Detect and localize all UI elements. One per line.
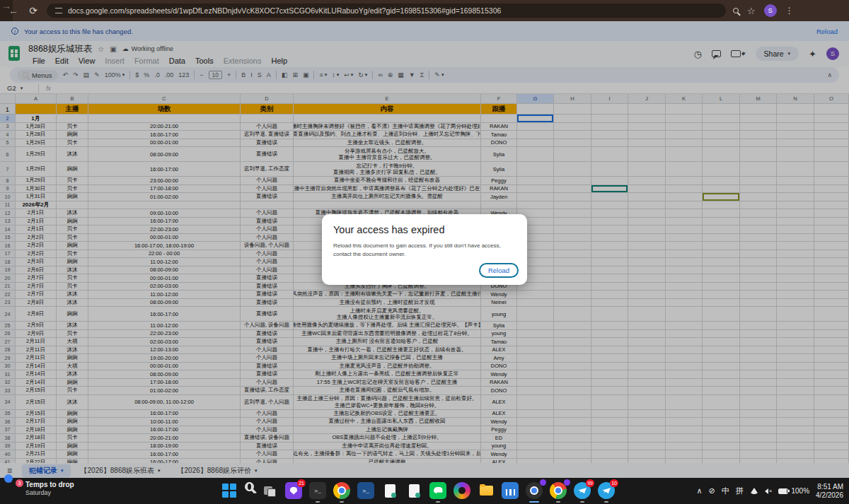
weather-widget[interactable]: 3 Temps to drop Saturday bbox=[6, 481, 74, 496]
task-manager-icon[interactable] bbox=[502, 482, 519, 499]
access-expired-dialog: Your access has expired Reload this docu… bbox=[322, 214, 527, 285]
script-file-icon[interactable] bbox=[405, 482, 422, 499]
site-settings-icon[interactable] bbox=[55, 8, 62, 13]
notification-badge: 21 bbox=[297, 479, 306, 487]
dialog-reload-button[interactable]: Reload bbox=[479, 263, 519, 278]
bookmark-star-icon[interactable]: ☆ bbox=[747, 6, 756, 16]
script-file-icon[interactable] bbox=[381, 482, 398, 499]
time-text: 8:51 AM bbox=[816, 483, 843, 491]
wifi-icon[interactable] bbox=[750, 488, 758, 494]
chrome-icon[interactable] bbox=[550, 482, 567, 499]
notification-badge: 99 bbox=[586, 479, 594, 487]
chrome-profile-icon[interactable] bbox=[333, 482, 350, 499]
url-text: docs.google.com/spreadsheets/d/1wpDfLezN… bbox=[68, 6, 501, 15]
search-tabs-icon[interactable] bbox=[733, 8, 739, 13]
task-view-icon[interactable] bbox=[261, 482, 278, 499]
line-app-icon[interactable] bbox=[429, 482, 446, 499]
browser-menu-icon[interactable]: ⋮ bbox=[785, 6, 794, 16]
tray-chevron-icon[interactable]: ∧ bbox=[697, 486, 703, 496]
search-icon[interactable] bbox=[245, 482, 254, 491]
ime-language-indicator[interactable]: 中 bbox=[722, 486, 729, 496]
clock[interactable]: 8:51 AM 4/2/2026 bbox=[816, 483, 843, 500]
notification-badge: 10 bbox=[610, 479, 618, 487]
mic-muted-icon[interactable]: ⊘ bbox=[709, 486, 715, 496]
ime-mode-indicator[interactable]: 拼 bbox=[736, 486, 744, 496]
address-bar[interactable]: docs.google.com/spreadsheets/d/1wpDfLezN… bbox=[47, 4, 726, 18]
weather-subtext: Saturday bbox=[25, 489, 74, 496]
chrome-active-icon[interactable] bbox=[526, 482, 543, 499]
start-button[interactable] bbox=[221, 482, 238, 499]
battery-icon bbox=[778, 488, 788, 494]
loop-app-icon[interactable] bbox=[454, 482, 470, 499]
weather-badge: 3 bbox=[16, 479, 23, 487]
file-explorer-icon[interactable] bbox=[478, 482, 495, 499]
terminal-icon[interactable]: >_ bbox=[309, 482, 326, 499]
telegram-icon[interactable]: 99 bbox=[574, 482, 591, 499]
dialog-title: Your access has expired bbox=[333, 224, 516, 235]
powershell-icon[interactable]: >_ bbox=[357, 482, 374, 499]
date-text: 4/2/2026 bbox=[816, 491, 843, 500]
screen: ← → ⟳ docs.google.com/spreadsheets/d/1wp… bbox=[0, 0, 849, 504]
page: i Your access to this file has changed. … bbox=[0, 21, 849, 478]
dialog-body: Reload this document to gain access. If … bbox=[333, 242, 516, 259]
windows-taskbar: 3 Temps to drop Saturday 21>_>_9910 ∧ ⊘ … bbox=[0, 478, 849, 504]
forward-icon[interactable]: → bbox=[0, 0, 13, 21]
weather-headline: Temps to drop bbox=[25, 481, 74, 489]
battery-percent: 100% bbox=[791, 487, 809, 495]
reload-icon[interactable]: ⟳ bbox=[27, 5, 40, 16]
system-tray: ∧ ⊘ 中 拼 × 100% 8:51 AM 4/2/2026 bbox=[697, 478, 843, 504]
profile-badge bbox=[540, 479, 546, 486]
profile-badge bbox=[564, 479, 570, 486]
browser-avatar[interactable]: S bbox=[764, 4, 777, 17]
browser-toolbar: ← → ⟳ docs.google.com/spreadsheets/d/1wp… bbox=[0, 0, 849, 21]
telegram-icon[interactable]: 10 bbox=[598, 482, 615, 499]
battery-indicator[interactable]: 100% bbox=[778, 487, 809, 495]
security-app-icon[interactable]: 21 bbox=[285, 482, 302, 499]
volume-muted-icon[interactable]: × bbox=[765, 488, 773, 494]
